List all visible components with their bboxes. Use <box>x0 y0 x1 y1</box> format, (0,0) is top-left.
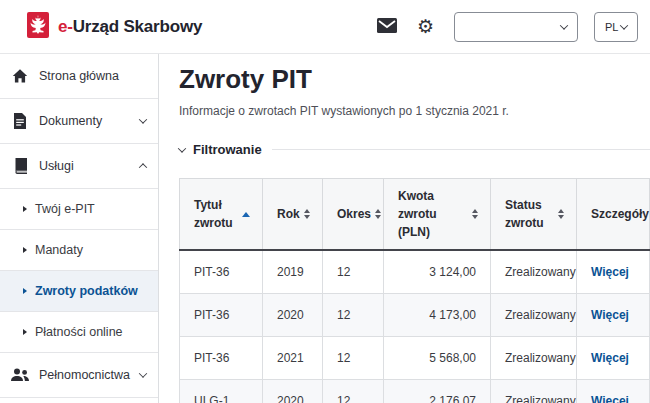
details-link[interactable]: Więcej <box>591 394 629 403</box>
details-link[interactable]: Więcej <box>591 265 629 279</box>
cell-tytul: PIT-36 <box>180 336 263 379</box>
details-link[interactable]: Więcej <box>591 308 629 322</box>
column-label: Tytuł zwrotu <box>194 196 238 232</box>
home-icon <box>11 68 29 84</box>
triangle-bullet-icon <box>23 288 27 294</box>
cell-kwota: 4 173,00 <box>384 293 491 336</box>
sidebar-item-twoj-e-pit[interactable]: Twój e-PIT <box>0 189 158 230</box>
people-icon <box>11 368 29 382</box>
sidebar-item-strona-glowna[interactable]: Strona główna <box>0 54 158 99</box>
table-row: ULG-1 2020 12 2 176,07 Zrealizowany Więc… <box>180 379 650 403</box>
cell-tytul: ULG-1 <box>180 379 263 403</box>
cell-rok: 2020 <box>263 293 323 336</box>
cell-okres: 12 <box>323 293 384 336</box>
main-content: Zwroty PIT Informacje o zwrotach PIT wys… <box>159 54 650 403</box>
cell-kwota: 3 124,00 <box>384 250 491 293</box>
language-dropdown-value: PL <box>605 21 618 33</box>
services-icon <box>11 158 29 174</box>
chevron-down-icon <box>560 21 568 29</box>
sidebar-item-platnosci-online[interactable]: Płatności online <box>0 312 158 353</box>
sidebar-item-dokumenty[interactable]: Dokumenty <box>0 99 158 144</box>
column-header-kwota-zwrotu[interactable]: Kwota zwrotu (PLN) <box>384 179 491 251</box>
chevron-up-icon <box>139 163 147 171</box>
sidebar-item-label: Pełnomocnictwa <box>39 368 130 382</box>
refunds-table: Tytuł zwrotu Rok Okres <box>179 178 650 403</box>
sidebar-item-label: Usługi <box>39 159 74 173</box>
sidebar-item-label: Twój e-PIT <box>35 202 95 216</box>
document-icon <box>11 113 29 129</box>
cell-status: Zrealizowany <box>491 336 577 379</box>
column-header-szczegoly: Szczegóły <box>577 179 650 251</box>
mail-icon <box>377 18 397 36</box>
cell-status: Zrealizowany <box>491 379 577 403</box>
cell-rok: 2019 <box>263 250 323 293</box>
chevron-down-icon <box>139 369 147 377</box>
column-label: Szczegóły <box>591 205 649 223</box>
e-urzad-skarbowy-app: e-Urząd Skarbowy ⚙ PL <box>0 0 650 403</box>
language-dropdown[interactable]: PL <box>594 12 638 42</box>
table-row: PIT-36 2019 12 3 124,00 Zrealizowany Wię… <box>180 250 650 293</box>
sidebar-item-label: Strona główna <box>39 69 119 83</box>
brand-prefix: e- <box>58 17 73 36</box>
sidebar-item-uslugi[interactable]: Usługi <box>0 144 158 189</box>
sort-icon[interactable] <box>375 209 385 219</box>
table-header-row: Tytuł zwrotu Rok Okres <box>180 179 650 251</box>
cell-tytul: PIT-36 <box>180 250 263 293</box>
column-label: Kwota zwrotu (PLN) <box>398 187 468 241</box>
column-header-okres[interactable]: Okres <box>323 179 384 251</box>
sort-icon[interactable] <box>304 209 314 219</box>
brand-title: e-Urząd Skarbowy <box>58 17 202 37</box>
settings-button[interactable]: ⚙ <box>417 17 434 36</box>
sidebar-item-label: Zwroty podatków <box>35 284 138 298</box>
mail-button[interactable] <box>377 18 397 36</box>
triangle-bullet-icon <box>23 247 27 253</box>
chevron-down-icon <box>139 115 147 123</box>
triangle-bullet-icon <box>23 206 27 212</box>
column-label: Status zwrotu <box>505 196 554 232</box>
top-bar: e-Urząd Skarbowy ⚙ PL <box>0 0 650 54</box>
details-link[interactable]: Więcej <box>591 351 629 365</box>
cell-rok: 2020 <box>263 379 323 403</box>
cell-status: Zrealizowany <box>491 250 577 293</box>
account-dropdown[interactable] <box>454 12 578 42</box>
gear-icon: ⚙ <box>417 17 434 36</box>
brand-name: Urząd Skarbowy <box>73 17 202 36</box>
chevron-down-icon <box>178 144 186 152</box>
cell-rok: 2021 <box>263 336 323 379</box>
sidebar-item-label: Mandaty <box>35 243 83 257</box>
sidebar-item-mandaty[interactable]: Mandaty <box>0 230 158 271</box>
cell-okres: 12 <box>323 250 384 293</box>
sidebar: Strona główna Dokumenty Usługi Twój e-PI… <box>0 54 159 403</box>
sidebar-item-label: Płatności online <box>35 325 123 339</box>
cell-tytul: PIT-36 <box>180 293 263 336</box>
sidebar-item-zwroty-podatkow[interactable]: Zwroty podatków <box>0 271 158 312</box>
eagle-emblem-icon <box>27 12 49 42</box>
filter-toggle[interactable]: Filtrowanie <box>179 142 650 157</box>
divider <box>272 149 650 150</box>
brand-logo[interactable]: e-Urząd Skarbowy <box>27 12 202 42</box>
cell-okres: 12 <box>323 336 384 379</box>
cell-okres: 12 <box>323 379 384 403</box>
chevron-down-icon <box>620 21 628 29</box>
sidebar-item-label: Dokumenty <box>39 114 102 128</box>
triangle-bullet-icon <box>23 329 27 335</box>
page-title: Zwroty PIT <box>179 64 650 95</box>
cell-kwota: 5 568,00 <box>384 336 491 379</box>
table-row: PIT-36 2020 12 4 173,00 Zrealizowany Wię… <box>180 293 650 336</box>
column-header-tytul-zwrotu[interactable]: Tytuł zwrotu <box>180 179 263 251</box>
table-row: PIT-36 2021 12 5 568,00 Zrealizowany Wię… <box>180 336 650 379</box>
column-header-rok[interactable]: Rok <box>263 179 323 251</box>
column-label: Rok <box>277 205 300 223</box>
column-label: Okres <box>337 205 371 223</box>
sort-asc-icon[interactable] <box>242 212 254 217</box>
page-subtitle: Informacje o zwrotach PIT wystawionych p… <box>179 104 650 118</box>
cell-kwota: 2 176,07 <box>384 379 491 403</box>
sort-icon[interactable] <box>558 209 568 219</box>
sort-icon[interactable] <box>472 209 482 219</box>
filter-label: Filtrowanie <box>193 142 262 157</box>
sidebar-item-pelnomocnictwa[interactable]: Pełnomocnictwa <box>0 353 158 398</box>
top-bar-actions: ⚙ PL <box>377 12 638 42</box>
cell-status: Zrealizowany <box>491 293 577 336</box>
column-header-status-zwrotu[interactable]: Status zwrotu <box>491 179 577 251</box>
